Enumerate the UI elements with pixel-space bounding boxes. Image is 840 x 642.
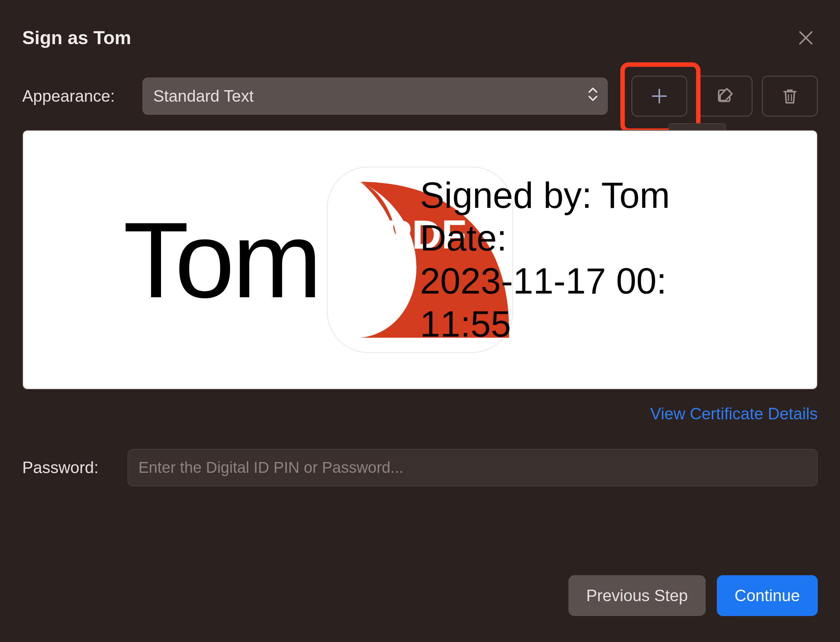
preview-date-line2: 11:55 [420,303,670,346]
preview-signer-name: Tom [123,198,320,322]
appearance-select-wrap: Standard Text [142,78,608,115]
preview-signed-by: Signed by: Tom [420,174,670,217]
close-icon [798,30,814,46]
previous-step-button[interactable]: Previous Step [568,575,706,616]
continue-button[interactable]: Continue [717,575,818,616]
preview-info-block: Signed by: Tom Date: 2023-11-17 00: 11:5… [420,174,678,346]
appearance-select[interactable]: Standard Text [142,78,608,115]
edit-appearance-button[interactable] [697,76,753,117]
close-button[interactable] [794,26,818,50]
delete-appearance-button[interactable] [762,76,818,117]
titlebar: Sign as Tom [22,26,818,50]
appearance-actions: Create [631,76,818,117]
appearance-label: Appearance: [22,87,134,105]
password-input[interactable] [128,449,818,486]
preview-date-line1: 2023-11-17 00: [420,260,670,303]
sign-dialog: Sign as Tom Appearance: Standard Text [0,0,840,642]
trash-icon [781,87,799,105]
password-row: Password: [22,449,818,486]
chevron-up-down-icon [588,86,598,106]
create-appearance-button[interactable] [631,76,687,117]
cert-link-row: View Certificate Details [22,404,818,423]
dialog-footer: Previous Step Continue [568,575,818,616]
signature-preview: PDF Tom Signed by: Tom Date: 2023-11-17 … [22,130,818,390]
dialog-title: Sign as Tom [22,27,131,49]
appearance-value: Standard Text [153,87,254,105]
edit-icon [716,87,733,105]
view-certificate-link[interactable]: View Certificate Details [650,404,818,423]
plus-icon [651,87,668,105]
preview-date-label: Date: [420,217,670,260]
appearance-row: Appearance: Standard Text [22,76,818,117]
password-label: Password: [22,458,119,477]
